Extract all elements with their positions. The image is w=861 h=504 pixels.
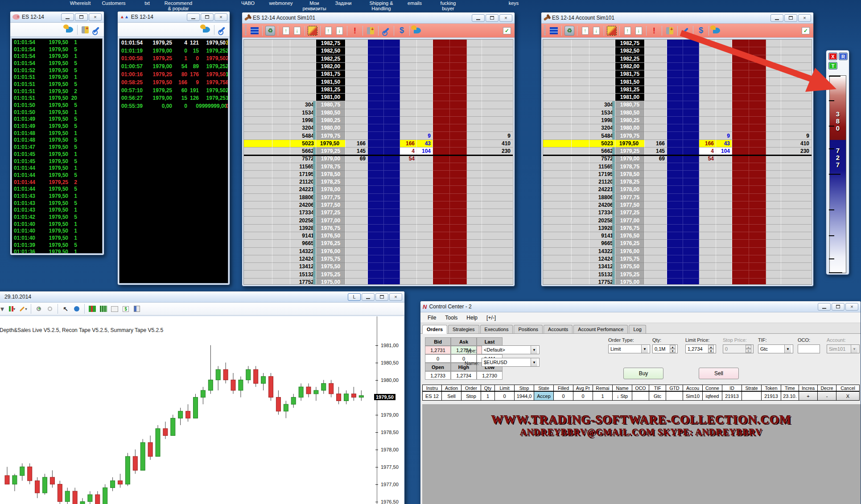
volume-cell[interactable]: 5662 xyxy=(290,148,316,155)
ladder-cell[interactable] xyxy=(450,70,467,78)
price-cell[interactable]: 1978,50 xyxy=(316,171,346,178)
ladder-cell[interactable] xyxy=(572,178,589,186)
link-button[interactable]: L xyxy=(348,293,361,301)
ladder-cell[interactable] xyxy=(384,132,400,139)
price-cell[interactable]: 1980,75 xyxy=(316,101,346,109)
ladder-cell[interactable] xyxy=(667,279,683,285)
bid-cell[interactable]: 104 xyxy=(417,148,433,155)
ladder-cell[interactable] xyxy=(732,124,749,132)
sell-cell[interactable]: 166 xyxy=(699,140,716,148)
ladder-cell[interactable] xyxy=(467,178,482,186)
price-cell[interactable]: 1981,75 xyxy=(316,70,346,78)
ladder-cell[interactable] xyxy=(482,270,513,278)
sell-cell[interactable] xyxy=(699,225,716,232)
column-header-instru[interactable]: Instru xyxy=(422,385,442,391)
ladder-cell[interactable] xyxy=(683,225,699,232)
ladder-cell[interactable] xyxy=(433,70,450,78)
ladder-cell[interactable] xyxy=(766,201,781,209)
price-cell[interactable]: 1980,75 xyxy=(615,101,645,109)
sell-cell[interactable]: 54 xyxy=(400,155,417,163)
sell-cell[interactable] xyxy=(400,194,417,201)
price-cell[interactable]: 1981,00 xyxy=(615,94,645,101)
ladder-cell[interactable] xyxy=(766,140,781,148)
ladder-cell[interactable] xyxy=(482,155,513,163)
ladder-cell[interactable] xyxy=(346,40,368,47)
ladder-cell[interactable] xyxy=(346,209,368,217)
ladder-cell[interactable] xyxy=(781,109,812,117)
ladder-cell[interactable] xyxy=(244,132,272,139)
ladder-cell[interactable] xyxy=(589,78,615,86)
ladder-cell[interactable] xyxy=(368,101,384,109)
ladder-cell[interactable] xyxy=(384,70,400,78)
volume-cell[interactable]: 12424 xyxy=(589,255,615,263)
bid-cell[interactable]: 104 xyxy=(716,148,732,155)
ladder-cell[interactable] xyxy=(467,40,482,47)
ladder-cell[interactable] xyxy=(244,201,272,209)
ladder-cell[interactable] xyxy=(543,47,572,55)
price-cell[interactable]: 1979,00 xyxy=(316,155,346,163)
alert-icon[interactable]: ! xyxy=(350,26,360,36)
bookmark-item[interactable]: Shipping &Handling xyxy=(369,0,393,11)
ladder-cell[interactable] xyxy=(450,86,467,94)
ladder-cell[interactable] xyxy=(645,55,667,63)
price-cell[interactable]: 1976,50 xyxy=(615,232,645,240)
ladder-cell[interactable] xyxy=(645,194,667,201)
ladder-cell[interactable] xyxy=(683,55,699,63)
price-cell[interactable]: 1976,75 xyxy=(615,225,645,232)
ladder-cell[interactable] xyxy=(781,47,812,55)
column-header-order[interactable]: Order xyxy=(461,385,481,391)
ladder-cell[interactable] xyxy=(272,101,290,109)
volume-cell[interactable]: 24206 xyxy=(290,201,316,209)
volume-cell[interactable]: 24221 xyxy=(290,186,316,193)
ladder-cell[interactable] xyxy=(467,171,482,178)
bid-cell[interactable] xyxy=(417,255,433,263)
ladder-cell[interactable] xyxy=(384,155,400,163)
bid-cell[interactable] xyxy=(716,217,732,224)
ladder-cell[interactable] xyxy=(433,63,450,70)
ladder-cell[interactable] xyxy=(450,255,467,263)
ladder-cell[interactable] xyxy=(766,209,781,217)
ladder-cell[interactable] xyxy=(433,232,450,240)
ladder-cell[interactable] xyxy=(384,225,400,232)
sell-cell[interactable] xyxy=(400,186,417,193)
ladder-cell[interactable] xyxy=(272,194,290,201)
ladder-cell[interactable] xyxy=(749,163,766,171)
ladder-cell[interactable] xyxy=(781,70,812,78)
ladder-cell[interactable] xyxy=(244,225,272,232)
price-cell[interactable]: 1978,00 xyxy=(615,186,645,193)
ladder-cell[interactable] xyxy=(667,55,683,63)
sell-cell[interactable] xyxy=(400,279,417,285)
ladder-cell[interactable] xyxy=(482,240,513,247)
working-cell[interactable]: 145 xyxy=(645,148,667,155)
volume-cell[interactable]: 7572 xyxy=(290,155,316,163)
maximize-button[interactable] xyxy=(75,13,88,21)
ladder-cell[interactable] xyxy=(781,270,812,278)
ladder-cell[interactable] xyxy=(346,109,368,117)
ladder-cell[interactable] xyxy=(244,86,272,94)
ladder-cell[interactable] xyxy=(543,78,572,86)
volume-cell[interactable]: 5023 xyxy=(589,140,615,148)
ladder-cell[interactable] xyxy=(749,194,766,201)
sell-cell[interactable]: 4 xyxy=(699,148,716,155)
ladder-cell[interactable] xyxy=(732,63,749,70)
sell-cell[interactable] xyxy=(699,55,716,63)
price-cell[interactable]: 1980,00 xyxy=(316,124,346,132)
ladder-cell[interactable] xyxy=(450,248,467,255)
ladder-cell[interactable] xyxy=(244,40,272,47)
bid-cell[interactable] xyxy=(417,40,433,47)
ladder-cell[interactable] xyxy=(766,117,781,124)
sell-cell[interactable] xyxy=(699,248,716,255)
ladder-cell[interactable] xyxy=(346,132,368,139)
bid-cell[interactable] xyxy=(417,55,433,63)
ladder-cell[interactable] xyxy=(244,55,272,63)
sell-cell[interactable] xyxy=(699,279,716,285)
ladder-cell[interactable] xyxy=(572,248,589,255)
ladder-cell[interactable] xyxy=(781,155,812,163)
spinner-buttons[interactable]: ▲▼ xyxy=(708,345,714,353)
ladder-cell[interactable] xyxy=(667,225,683,232)
close-button[interactable]: × xyxy=(214,13,227,21)
ladder-cell[interactable] xyxy=(368,132,384,139)
working-cell[interactable]: 145 xyxy=(346,148,368,155)
ladder-cell[interactable] xyxy=(482,163,513,171)
ladder-cell[interactable] xyxy=(467,94,482,101)
